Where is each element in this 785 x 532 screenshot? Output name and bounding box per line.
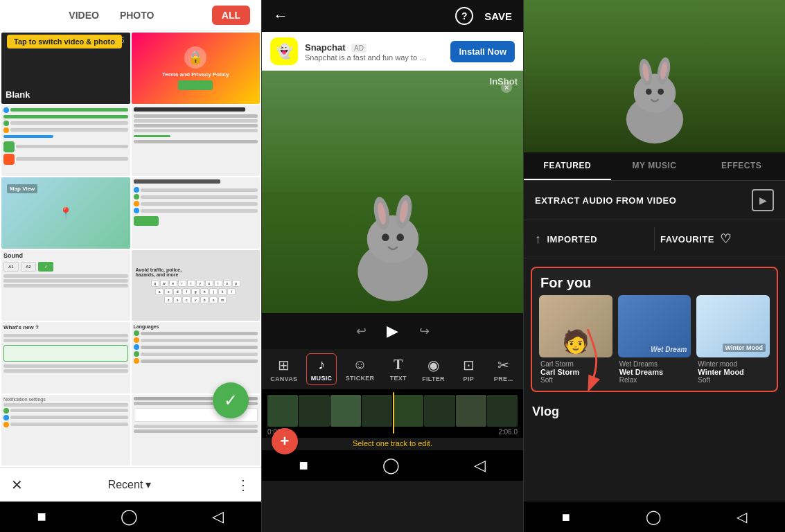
for-you-section: For you 🧑 Carl Storm Carl Storm Soft Wet… [531,267,778,392]
ad-text-block: Snapchat AD Snapchat is a fast and fun w… [305,41,443,62]
sticker-icon: ☺ [353,357,367,373]
imported-button[interactable]: ↑ IMPORTED [535,227,649,251]
more-icon: ✂ [497,357,509,373]
text-icon: T [394,357,403,373]
svg-point-10 [633,73,676,112]
card-artist-1: Carl Storm [539,360,612,368]
panel3-back-icon[interactable]: ◁ [737,508,747,525]
more-options-button[interactable]: ⋮ [236,477,250,493]
filter-label: FILTER [422,375,445,382]
keyboard-screenshot[interactable]: Avoid traffic, police,hazards, and more … [132,250,261,321]
extract-audio-icon: ▶ [752,189,774,211]
more-label: PRE... [494,375,513,382]
video-scene [262,71,523,313]
music-card-winter-mood[interactable]: Winter Mood Winter mood Winter Mood Soft [696,295,770,384]
recent-label-group[interactable]: Recent ▾ [108,478,152,491]
redo-button[interactable]: ↪ [419,323,430,339]
back-nav-icon[interactable]: ◁ [212,508,224,526]
playback-controls: ↩ ▶ ↪ ⊞ CANVAS ♪ MUSIC ☺ STICKER T TEXT [262,313,523,389]
ad-badge: AD [351,44,367,53]
vlog-section: Vlog [524,398,785,426]
add-clip-button[interactable]: + [272,428,298,454]
extract-audio-button[interactable]: EXTRACT AUDIO FROM VIDEO ▶ [524,181,785,220]
music-card-carl-storm[interactable]: 🧑 Carl Storm Carl Storm Soft [539,295,612,384]
timeline-playhead [393,392,394,434]
card-thumb-text-2: Wet Dream [651,346,687,353]
filter-tool[interactable]: ◉ FILTER [418,354,449,385]
recent-text: Recent [108,479,143,491]
panel3-home-icon[interactable]: ■ [562,509,570,525]
gallery-header: VIDEO PHOTO ALL [0,0,261,31]
play-button[interactable]: ▶ [380,319,405,344]
watermark-area: InShot ✕ [490,76,518,87]
music-card-wet-dreams[interactable]: Wet Dream Wet Dreams Wet Dreams Relax [618,295,691,384]
card-title-2: Wet Dreams [618,368,691,376]
tab-effects[interactable]: EFFECTS [698,152,785,180]
canvas-tool[interactable]: ⊞ CANVAS [266,354,301,385]
ad-banner: 👻 Snapchat AD Snapchat is a fast and fun… [262,32,523,71]
winter-mood-label: Winter Mood [723,344,766,352]
install-button[interactable]: Install Now [450,41,515,62]
tab-photo[interactable]: PHOTO [120,7,155,24]
tab-video[interactable]: VIDEO [69,7,99,24]
app-screenshot-7[interactable]: Notification settings [1,395,130,466]
close-watermark-button[interactable]: ✕ [501,82,512,93]
phone-settings-screenshot[interactable] [132,177,261,249]
panel2-circle-icon[interactable]: ◯ [382,456,400,475]
help-icon[interactable]: ? [455,7,473,25]
save-button[interactable]: SAVE [484,10,512,22]
svg-point-16 [658,89,664,95]
video-preview: InShot ✕ [262,71,523,313]
panel3-scene [524,0,785,152]
circle-nav-icon[interactable]: ◯ [121,508,138,526]
card-thumb-1: 🧑 [539,295,612,357]
sound-screenshot[interactable]: Sound A1 A2 ✓ [1,250,130,321]
panel3-circle-icon[interactable]: ◯ [646,508,661,525]
text-tool[interactable]: T TEXT [383,354,414,384]
panel3-nav-bar: ■ ◯ ◁ [524,502,785,532]
imported-icon: ↑ [535,232,542,247]
music-tabs: FEATURED MY MUSIC EFFECTS [524,152,785,181]
confirm-button[interactable]: ✓ [213,382,249,418]
undo-button[interactable]: ↩ [356,323,367,339]
snapchat-icon: 👻 [270,37,298,65]
track-edit-message: Select one track to edit. [262,438,523,450]
card-mood-2: Relax [618,376,691,384]
pip-tool[interactable]: ⊡ PIP [453,354,484,385]
panel2-back-icon[interactable]: ◁ [474,456,486,475]
app-screenshot-2[interactable] [1,105,130,177]
card-mood-1: Soft [539,376,612,384]
music-tool[interactable]: ♪ MUSIC [306,353,337,385]
sticker-tool[interactable]: ☺ STICKER [342,354,379,384]
action-divider [654,227,655,251]
text-label: TEXT [390,375,407,382]
card-title-1: Carl Storm [539,368,612,376]
close-button[interactable]: ✕ [11,477,23,493]
panel2-home-icon[interactable]: ■ [299,456,308,475]
map-screenshot[interactable]: 📍 Map View [1,177,130,249]
favourite-button[interactable]: FAVOURITE ♡ [660,227,774,251]
frame-4 [362,395,392,427]
back-button[interactable]: ← [273,7,288,25]
heart-icon: ♡ [720,231,732,247]
filter-icon: ◉ [427,357,439,373]
card-thumb-3: Winter Mood [696,295,770,357]
pip-label: PIP [464,375,474,382]
favourite-label: FAVOURITE [660,234,714,245]
card-mood-3: Soft [696,376,770,384]
panel2-nav-bar: ■ ◯ ◁ [262,450,523,481]
app-screenshot-3[interactable] [132,105,261,177]
tab-featured[interactable]: FEATURED [524,152,611,180]
app-screenshot-1[interactable]: 🔒 Terms and Privacy Policy [132,33,261,104]
app-screenshot-6[interactable]: Languages [132,322,261,393]
all-button[interactable]: ALL [212,6,250,25]
more-tool[interactable]: ✂ PRE... [488,354,519,385]
canvas-label: CANVAS [270,375,297,382]
home-nav-icon[interactable]: ■ [37,508,46,526]
vlog-title: Vlog [532,405,777,419]
gallery-content: 2:05 Blank 🔒 Terms and Privacy Policy [0,31,261,467]
svg-point-15 [646,89,652,95]
app-screenshot-5[interactable]: What's new ? [1,322,130,393]
tab-my-music[interactable]: MY MUSIC [611,152,698,180]
frame-2 [299,395,329,427]
